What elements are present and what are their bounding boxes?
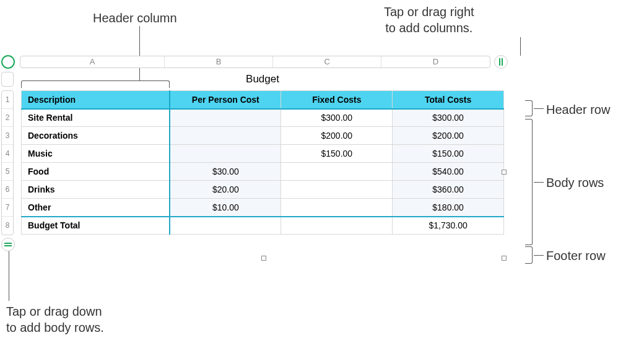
cell-fixed[interactable]: $150.00 bbox=[281, 145, 393, 163]
row-header-2[interactable]: 2 bbox=[2, 109, 13, 127]
cell-desc[interactable]: Music bbox=[22, 145, 170, 163]
cell-total[interactable]: $540.00 bbox=[393, 163, 504, 181]
table-row: Decorations $200.00 $200.00 bbox=[22, 127, 504, 145]
cell-fixed[interactable] bbox=[281, 163, 393, 181]
cell-desc[interactable]: Other bbox=[22, 199, 170, 217]
callout-add-rows: Tap or drag down to add body rows. bbox=[6, 303, 104, 336]
footer-total[interactable]: $1,730.00 bbox=[393, 217, 504, 235]
cell-desc[interactable]: Food bbox=[22, 163, 170, 181]
row-header-7[interactable]: 7 bbox=[2, 199, 13, 217]
add-row-handle[interactable] bbox=[1, 238, 15, 251]
resize-handle[interactable] bbox=[502, 170, 507, 175]
header-row: Description Per Person Cost Fixed Costs … bbox=[22, 91, 504, 109]
budget-table: Description Per Person Cost Fixed Costs … bbox=[21, 90, 504, 235]
cell-fixed[interactable] bbox=[281, 181, 393, 199]
table-row: Food $30.00 $540.00 bbox=[22, 163, 504, 181]
row-header-6[interactable]: 6 bbox=[2, 181, 13, 199]
header-cell-total[interactable]: Total Costs bbox=[393, 91, 504, 109]
cell-pp[interactable] bbox=[170, 127, 281, 145]
row-ruler: 1 2 3 4 5 6 7 8 bbox=[1, 90, 14, 235]
row-header-1[interactable]: 1 bbox=[2, 91, 13, 109]
cell-desc[interactable]: Decorations bbox=[22, 127, 170, 145]
spreadsheet-area: A B C D 1 2 3 4 5 6 7 8 Budget Descripti… bbox=[0, 54, 508, 69]
column-header-B[interactable]: B bbox=[165, 56, 273, 67]
header-cell-fixed[interactable]: Fixed Costs bbox=[281, 91, 393, 109]
resize-handle[interactable] bbox=[261, 256, 266, 261]
row-header-3[interactable]: 3 bbox=[2, 127, 13, 145]
callout-header-column: Header column bbox=[93, 10, 177, 26]
callout-add-columns: Tap or drag right to add columns. bbox=[384, 4, 474, 36]
cell-total[interactable]: $180.00 bbox=[393, 199, 504, 217]
add-column-icon bbox=[499, 58, 503, 66]
table-title[interactable]: Budget bbox=[21, 73, 504, 85]
add-row-icon bbox=[4, 243, 12, 246]
cell-total[interactable]: $200.00 bbox=[393, 127, 504, 145]
row-header-5[interactable]: 5 bbox=[2, 163, 13, 181]
cell-pp[interactable] bbox=[170, 145, 281, 163]
column-ruler: A B C D bbox=[0, 54, 508, 69]
header-cell-per-person[interactable]: Per Person Cost bbox=[170, 91, 281, 109]
column-header-C[interactable]: C bbox=[273, 56, 381, 67]
row-header-8[interactable]: 8 bbox=[2, 217, 13, 235]
table-row: Music $150.00 $150.00 bbox=[22, 145, 504, 163]
footer-desc[interactable]: Budget Total bbox=[22, 217, 170, 235]
cell-fixed[interactable]: $300.00 bbox=[281, 109, 393, 127]
table-row: Site Rental $300.00 $300.00 bbox=[22, 109, 504, 127]
table-row: Drinks $20.00 $360.00 bbox=[22, 181, 504, 199]
footer-row: Budget Total $1,730.00 bbox=[22, 217, 504, 235]
callout-footer-row: Footer row bbox=[546, 248, 606, 264]
callout-body-rows: Body rows bbox=[546, 175, 604, 191]
footer-pp[interactable] bbox=[170, 217, 281, 235]
table-select-handle[interactable] bbox=[1, 55, 15, 69]
column-header-D[interactable]: D bbox=[381, 56, 490, 67]
row-ruler-spacer bbox=[1, 72, 14, 87]
cell-desc[interactable]: Drinks bbox=[22, 181, 170, 199]
column-header-A[interactable]: A bbox=[20, 56, 165, 67]
row-header-4[interactable]: 4 bbox=[2, 145, 13, 163]
cell-pp[interactable]: $30.00 bbox=[170, 163, 281, 181]
add-column-handle[interactable] bbox=[494, 55, 508, 69]
cell-pp[interactable]: $20.00 bbox=[170, 181, 281, 199]
callout-header-row: Header row bbox=[546, 102, 610, 118]
cell-total[interactable]: $300.00 bbox=[393, 109, 504, 127]
footer-fixed[interactable] bbox=[281, 217, 393, 235]
header-cell-description[interactable]: Description bbox=[22, 91, 170, 109]
resize-handle[interactable] bbox=[502, 256, 507, 261]
cell-fixed[interactable] bbox=[281, 199, 393, 217]
cell-pp[interactable]: $10.00 bbox=[170, 199, 281, 217]
table-row: Other $10.00 $180.00 bbox=[22, 199, 504, 217]
cell-desc[interactable]: Site Rental bbox=[22, 109, 170, 127]
cell-total[interactable]: $360.00 bbox=[393, 181, 504, 199]
cell-total[interactable]: $150.00 bbox=[393, 145, 504, 163]
cell-pp[interactable] bbox=[170, 109, 281, 127]
cell-fixed[interactable]: $200.00 bbox=[281, 127, 393, 145]
